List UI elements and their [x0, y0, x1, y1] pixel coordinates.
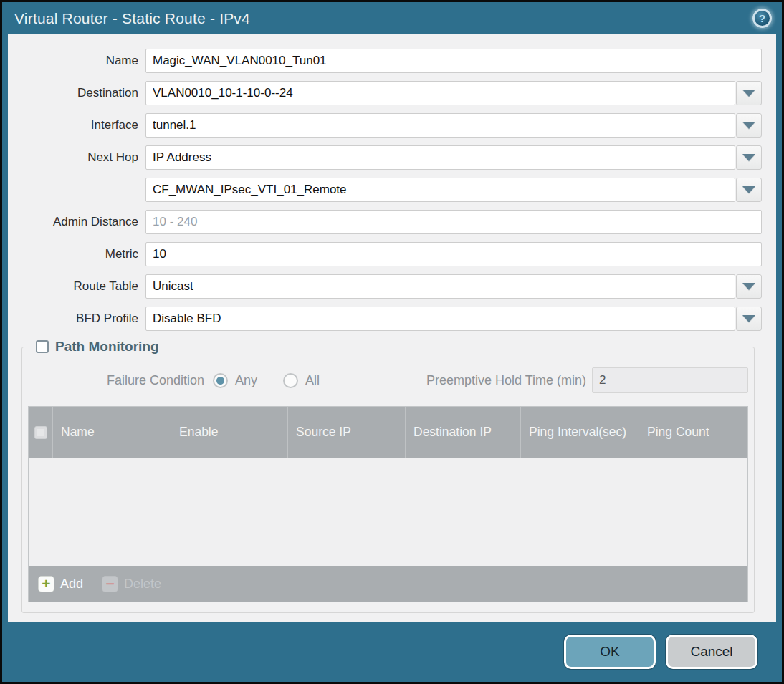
chevron-down-icon — [742, 154, 755, 161]
failure-condition-any-radio[interactable] — [213, 373, 228, 388]
radio-dot — [216, 377, 224, 385]
minus-icon: − — [102, 576, 118, 592]
failure-condition-all-radio[interactable] — [283, 373, 298, 388]
dialog-virtual-router-static-route: Virtual Router - Static Route - IPv4 ? N… — [0, 0, 784, 684]
metric-row: Metric — [8, 242, 762, 266]
chevron-down-icon — [742, 283, 755, 290]
destination-label: Destination — [8, 86, 145, 100]
metric-input[interactable] — [145, 242, 762, 266]
cancel-button[interactable]: Cancel — [666, 635, 757, 669]
failure-condition-label: Failure Condition — [28, 373, 213, 388]
interface-input[interactable] — [145, 113, 735, 138]
help-icon[interactable]: ? — [752, 9, 772, 28]
column-header-name[interactable]: Name — [53, 407, 171, 458]
column-header-source-ip[interactable]: Source IP — [288, 407, 406, 458]
name-row: Name — [8, 49, 762, 73]
admin-distance-row: Admin Distance — [8, 210, 762, 234]
title-bar: Virtual Router - Static Route - IPv4 ? — [2, 2, 782, 34]
add-button-label: Add — [60, 577, 83, 592]
name-input[interactable] — [145, 49, 762, 73]
add-button[interactable]: + Add — [38, 576, 83, 592]
path-monitoring-title: Path Monitoring — [55, 339, 159, 355]
route-table-row: Route Table — [8, 274, 762, 299]
path-monitoring-section: Path Monitoring Failure Condition Any Al… — [21, 339, 755, 613]
preemptive-hold-time-label: Preemptive Hold Time (min) — [426, 373, 592, 388]
next-hop-address-dropdown-button[interactable] — [736, 178, 762, 202]
interface-label: Interface — [8, 118, 145, 133]
path-monitoring-checkbox[interactable] — [36, 340, 49, 353]
ok-button[interactable]: OK — [564, 635, 656, 669]
name-label: Name — [8, 54, 145, 68]
preemptive-hold-time-input[interactable] — [592, 367, 748, 393]
plus-icon: + — [38, 576, 54, 592]
delete-button[interactable]: − Delete — [102, 576, 161, 592]
destination-dropdown-button[interactable] — [736, 81, 762, 105]
path-monitoring-legend: Path Monitoring — [31, 339, 164, 355]
column-header-enable[interactable]: Enable — [171, 407, 288, 458]
destination-input[interactable] — [145, 81, 735, 105]
bfd-profile-label: BFD Profile — [8, 312, 145, 326]
chevron-down-icon — [742, 90, 755, 97]
interface-dropdown-button[interactable] — [736, 113, 762, 138]
path-monitor-table-header: Name Enable Source IP Destination IP Pin… — [29, 407, 747, 458]
metric-label: Metric — [8, 247, 145, 261]
column-header-ping-count[interactable]: Ping Count — [639, 407, 747, 458]
chevron-down-icon — [742, 186, 755, 193]
path-monitor-table-footer: + Add − Delete — [29, 566, 747, 602]
dialog-frame: Virtual Router - Static Route - IPv4 ? N… — [2, 2, 782, 682]
bfd-profile-dropdown-button[interactable] — [736, 307, 762, 331]
route-table-dropdown-button[interactable] — [736, 274, 762, 299]
destination-row: Destination — [8, 81, 762, 105]
column-header-ping-interval[interactable]: Ping Interval(sec) — [521, 407, 639, 458]
next-hop-address-input[interactable] — [145, 178, 735, 202]
interface-row: Interface — [8, 113, 762, 138]
next-hop-address-row — [8, 178, 762, 202]
admin-distance-input[interactable] — [145, 210, 762, 234]
dialog-footer: OK Cancel — [2, 622, 782, 682]
next-hop-dropdown-button[interactable] — [736, 145, 762, 170]
failure-condition-any-label: Any — [235, 373, 257, 388]
dialog-title: Virtual Router - Static Route - IPv4 — [14, 10, 250, 27]
route-table-label: Route Table — [8, 279, 145, 294]
next-hop-row: Next Hop — [8, 145, 762, 170]
select-all-checkbox[interactable] — [34, 426, 47, 439]
route-table-input[interactable] — [145, 274, 735, 299]
bfd-profile-input[interactable] — [145, 307, 735, 331]
path-monitor-table: Name Enable Source IP Destination IP Pin… — [28, 406, 748, 602]
chevron-down-icon — [742, 122, 755, 129]
chevron-down-icon — [742, 315, 755, 322]
column-header-destination-ip[interactable]: Destination IP — [406, 407, 521, 458]
failure-condition-row: Failure Condition Any All Preemptive Hol… — [28, 367, 748, 393]
bfd-profile-row: BFD Profile — [8, 307, 762, 331]
delete-button-label: Delete — [124, 577, 161, 592]
header-checkbox-cell — [29, 407, 53, 458]
next-hop-label: Next Hop — [8, 150, 145, 165]
failure-condition-all-label: All — [305, 373, 320, 388]
path-monitor-table-body — [29, 458, 747, 566]
admin-distance-label: Admin Distance — [8, 215, 145, 229]
next-hop-type-input[interactable] — [145, 145, 735, 170]
dialog-content: Name Destination Interface — [8, 34, 776, 622]
